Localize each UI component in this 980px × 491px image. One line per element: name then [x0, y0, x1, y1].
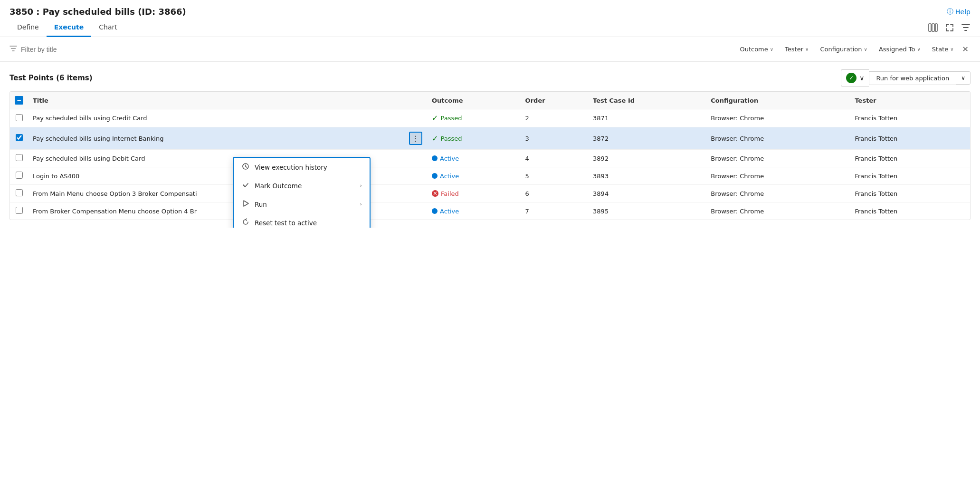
svg-rect-2: [935, 24, 937, 31]
row-checkbox-cell[interactable]: [10, 109, 28, 127]
row-checkbox[interactable]: [16, 207, 23, 214]
run-buttons: ✓ ∨ Run for web application ∨: [841, 69, 970, 87]
row-outcome: ✓Passed: [427, 127, 521, 150]
row-order: 2: [521, 109, 588, 127]
svg-rect-1: [932, 24, 934, 31]
context-menu-label-mark-outcome: Mark Outcome: [255, 182, 302, 190]
row-title: Pay scheduled bills using Credit Card: [28, 109, 427, 127]
context-menu-label-reset: Reset test to active: [255, 219, 317, 227]
row-outcome: Active: [427, 150, 521, 167]
tab-execute[interactable]: Execute: [47, 19, 92, 37]
row-checkbox[interactable]: [16, 189, 23, 196]
configuration-column-header: Configuration: [706, 92, 850, 109]
row-test-case-id: 3872: [588, 127, 706, 150]
row-test-case-id: 3895: [588, 202, 706, 220]
row-tester: Francis Totten: [850, 202, 970, 220]
row-tester: Francis Totten: [850, 109, 970, 127]
filter-bar: Outcome ∨ Tester ∨ Configuration ∨ Assig…: [0, 37, 980, 62]
row-test-case-id: 3871: [588, 109, 706, 127]
row-outcome: ✕Failed: [427, 185, 521, 202]
run-status-button[interactable]: ✓ ∨: [841, 69, 869, 87]
select-all-minus-icon[interactable]: −: [15, 96, 23, 105]
row-test-case-id: 3892: [588, 150, 706, 167]
row-configuration: Browser: Chrome: [706, 202, 850, 220]
row-checkbox[interactable]: [16, 134, 23, 141]
run-for-web-button[interactable]: Run for web application: [869, 71, 956, 85]
configuration-chevron-icon: ∨: [864, 47, 867, 52]
tab-bar: Define Execute Chart: [0, 19, 980, 37]
outcome-filter[interactable]: Outcome ∨: [735, 44, 778, 55]
table-row: From Broker Compensation Menu choose Opt…: [10, 202, 970, 220]
row-configuration: Browser: Chrome: [706, 185, 850, 202]
table-row: Pay scheduled bills using Credit Card✓Pa…: [10, 109, 970, 127]
submenu-chevron-icon: ›: [360, 201, 362, 207]
test-points-table: − Title Outcome Order Test Case Id Confi…: [10, 92, 970, 220]
context-menu-label-view-history: View execution history: [255, 164, 327, 171]
history-icon: [241, 163, 250, 172]
row-configuration: Browser: Chrome: [706, 127, 850, 150]
table-row: Pay scheduled bills using Debit CardActi…: [10, 150, 970, 167]
row-test-case-id: 3894: [588, 185, 706, 202]
context-menu-item-mark-outcome[interactable]: Mark Outcome›: [234, 176, 370, 195]
row-order: 5: [521, 167, 588, 185]
filter-close-button[interactable]: ✕: [961, 43, 970, 56]
state-filter[interactable]: State ∨: [927, 44, 959, 55]
configuration-filter[interactable]: Configuration ∨: [815, 44, 872, 55]
row-checkbox-cell[interactable]: [10, 202, 28, 220]
row-tester: Francis Totten: [850, 150, 970, 167]
row-checkbox[interactable]: [16, 154, 23, 161]
submenu-chevron-icon: ›: [360, 183, 362, 189]
test-points-table-container: − Title Outcome Order Test Case Id Confi…: [10, 91, 970, 220]
row-tester: Francis Totten: [850, 127, 970, 150]
columns-icon[interactable]: [928, 22, 938, 33]
play-icon: [241, 200, 250, 209]
assigned-to-chevron-icon: ∨: [917, 47, 921, 52]
tab-chart[interactable]: Chart: [91, 19, 124, 37]
passed-icon: ✓: [432, 114, 438, 123]
run-circle-chevron-icon: ∨: [859, 74, 864, 82]
filter-input[interactable]: [21, 46, 731, 53]
row-checkbox-cell[interactable]: [10, 150, 28, 167]
active-dot-icon: [432, 155, 438, 161]
toolbar-icons: [928, 22, 970, 37]
reset-icon: [241, 218, 250, 227]
table-row: Login to AS400Active53893Browser: Chrome…: [10, 167, 970, 185]
row-order: 6: [521, 185, 588, 202]
context-menu-item-view-history[interactable]: View execution history: [234, 158, 370, 176]
outcome-column-header: Outcome: [427, 92, 521, 109]
test-case-id-column-header: Test Case Id: [588, 92, 706, 109]
row-checkbox-cell[interactable]: [10, 185, 28, 202]
failed-icon: ✕: [432, 190, 438, 197]
tester-filter[interactable]: Tester ∨: [780, 44, 813, 55]
more-options-button[interactable]: ⋮: [409, 132, 422, 145]
row-tester: Francis Totten: [850, 167, 970, 185]
main-content: Test Points (6 items) ✓ ∨ Run for web ap…: [0, 62, 980, 228]
expand-icon[interactable]: [945, 23, 954, 32]
row-checkbox-cell[interactable]: [10, 167, 28, 185]
run-caret-button[interactable]: ∨: [956, 71, 970, 85]
section-title: Test Points (6 items): [10, 74, 93, 82]
context-menu-item-reset[interactable]: Reset test to active: [234, 213, 370, 228]
help-link[interactable]: ⓘ Help: [947, 8, 970, 16]
row-tester: Francis Totten: [850, 185, 970, 202]
filter-icon[interactable]: [961, 23, 970, 32]
select-all-header[interactable]: −: [10, 92, 28, 109]
assigned-to-filter[interactable]: Assigned To ∨: [874, 44, 925, 55]
table-row: From Main Menu choose Option 3 Broker Co…: [10, 185, 970, 202]
row-outcome: ✓Passed: [427, 109, 521, 127]
context-menu-label-run: Run: [255, 201, 267, 208]
context-menu-item-run[interactable]: Run›: [234, 195, 370, 213]
svg-marker-4: [244, 201, 248, 206]
row-checkbox[interactable]: [16, 114, 23, 121]
tab-define[interactable]: Define: [10, 19, 47, 37]
row-outcome: Active: [427, 167, 521, 185]
title-column-header: Title: [28, 92, 427, 109]
passed-icon: ✓: [432, 134, 438, 143]
row-test-case-id: 3893: [588, 167, 706, 185]
svg-rect-0: [929, 24, 931, 31]
row-checkbox-cell[interactable]: [10, 127, 28, 150]
tester-column-header: Tester: [850, 92, 970, 109]
row-outcome: Active: [427, 202, 521, 220]
active-dot-icon: [432, 208, 438, 214]
row-checkbox[interactable]: [16, 172, 23, 179]
